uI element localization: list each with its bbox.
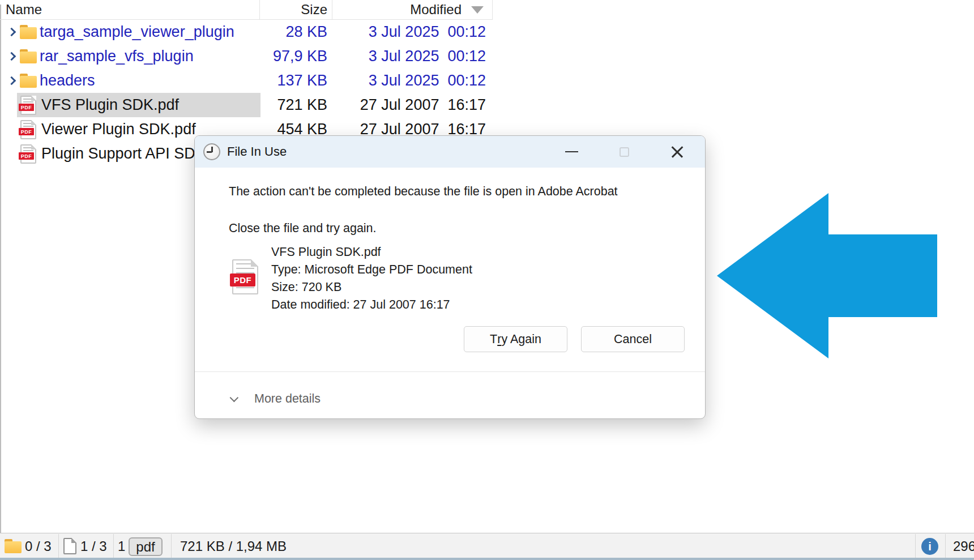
file-modified: 3 Jul 2025 00:12 bbox=[339, 20, 486, 44]
pdf-file-icon: PDF bbox=[20, 144, 36, 164]
more-details-label: More details bbox=[254, 392, 321, 406]
folder-icon bbox=[5, 539, 22, 553]
status-bar: 0 / 3 1 / 3 1 pdf 721 KB / 1,94 MB i 296 bbox=[0, 533, 974, 560]
column-divider bbox=[332, 0, 332, 19]
pdf-file-icon-large: PDF bbox=[232, 259, 258, 294]
file-icon bbox=[63, 538, 76, 554]
clock-icon bbox=[203, 143, 220, 160]
pdf-file-icon: PDF bbox=[20, 120, 36, 139]
cancel-button[interactable]: Cancel bbox=[581, 326, 685, 352]
column-header-size[interactable]: Size bbox=[254, 0, 327, 19]
file-in-use-dialog: File In Use The action can't be complete… bbox=[194, 135, 706, 419]
dialog-title: File In Use bbox=[227, 136, 287, 168]
statusbar-divider bbox=[58, 534, 59, 558]
column-divider bbox=[492, 0, 493, 19]
dialog-instruction: Close the file and try again. bbox=[229, 220, 377, 236]
folder-icon bbox=[20, 74, 37, 88]
chevron-down-icon bbox=[230, 393, 239, 402]
statusbar-divider bbox=[113, 534, 114, 558]
file-name[interactable]: Plugin Support API SD bbox=[41, 142, 195, 166]
column-header-name[interactable]: Name bbox=[6, 0, 42, 19]
dialog-footer-divider bbox=[195, 371, 705, 372]
file-row[interactable]: rar_sample_vfs_plugin 97,9 KB 3 Jul 2025… bbox=[0, 44, 494, 69]
column-header-modified[interactable]: Modified bbox=[332, 0, 462, 19]
minimize-icon bbox=[565, 151, 578, 153]
maximize-icon bbox=[620, 147, 629, 157]
blue-arrow-annotation bbox=[714, 190, 940, 365]
more-details-toggle[interactable]: More details bbox=[232, 390, 321, 408]
close-icon bbox=[670, 144, 685, 159]
statusbar-divider bbox=[915, 534, 916, 558]
statusbar-divider bbox=[171, 534, 172, 558]
expand-chevron-icon[interactable] bbox=[7, 28, 16, 37]
file-size: 721 KB bbox=[248, 93, 327, 117]
dialog-file-modified: Date modified: 27 Jul 2007 16:17 bbox=[271, 297, 450, 313]
column-divider bbox=[259, 0, 260, 19]
extension-count: 1 bbox=[118, 534, 125, 558]
dialog-file-type: Type: Microsoft Edge PDF Document bbox=[271, 262, 472, 277]
size-summary: 721 KB / 1,94 MB bbox=[180, 534, 287, 558]
dialog-titlebar[interactable]: File In Use bbox=[195, 136, 705, 168]
selected-folders-count: 0 / 3 bbox=[25, 534, 52, 558]
minimize-button[interactable] bbox=[557, 140, 586, 163]
info-icon[interactable]: i bbox=[921, 538, 938, 555]
file-name[interactable]: VFS Plugin SDK.pdf bbox=[41, 93, 179, 117]
dialog-file-size: Size: 720 KB bbox=[271, 279, 341, 295]
file-modified: 3 Jul 2025 00:12 bbox=[339, 44, 486, 69]
file-modified: 27 Jul 2007 16:17 bbox=[339, 93, 486, 117]
folder-icon bbox=[20, 25, 37, 39]
file-row-selected[interactable]: PDF VFS Plugin SDK.pdf 721 KB 27 Jul 200… bbox=[0, 93, 494, 117]
screen: Name Size Modified targa_sample_viewer_p… bbox=[0, 0, 974, 560]
file-name[interactable]: Viewer Plugin SDK.pdf bbox=[41, 117, 196, 142]
file-size: 28 KB bbox=[248, 20, 327, 44]
try-again-button[interactable]: Try Again bbox=[464, 326, 567, 352]
file-name[interactable]: headers bbox=[40, 69, 95, 93]
dialog-file-name: VFS Plugin SDK.pdf bbox=[271, 244, 381, 260]
file-size: 97,9 KB bbox=[248, 44, 327, 69]
expand-chevron-icon[interactable] bbox=[7, 52, 16, 61]
folder-icon bbox=[20, 49, 37, 63]
file-size: 137 KB bbox=[248, 69, 327, 93]
extension-filter-badge[interactable]: pdf bbox=[129, 537, 163, 556]
statusbar-right-value: 296 bbox=[953, 534, 974, 558]
close-button[interactable] bbox=[663, 140, 691, 163]
selected-files-count: 1 / 3 bbox=[80, 534, 107, 558]
file-name[interactable]: rar_sample_vfs_plugin bbox=[40, 44, 194, 69]
file-name[interactable]: targa_sample_viewer_plugin bbox=[40, 20, 234, 44]
file-list-header: Name Size Modified bbox=[0, 0, 493, 20]
expand-chevron-icon[interactable] bbox=[7, 76, 16, 86]
maximize-button[interactable] bbox=[610, 140, 638, 163]
statusbar-divider bbox=[945, 534, 946, 558]
file-row[interactable]: targa_sample_viewer_plugin 28 KB 3 Jul 2… bbox=[0, 20, 494, 44]
dialog-message: The action can't be completed because th… bbox=[229, 183, 618, 199]
statusbar-file-group bbox=[63, 534, 76, 558]
file-row[interactable]: headers 137 KB 3 Jul 2025 00:12 bbox=[0, 69, 494, 93]
statusbar-folder-group bbox=[5, 534, 22, 558]
file-modified: 3 Jul 2025 00:12 bbox=[339, 69, 486, 93]
pdf-file-icon: PDF bbox=[20, 96, 36, 115]
sort-descending-icon[interactable] bbox=[471, 6, 484, 14]
